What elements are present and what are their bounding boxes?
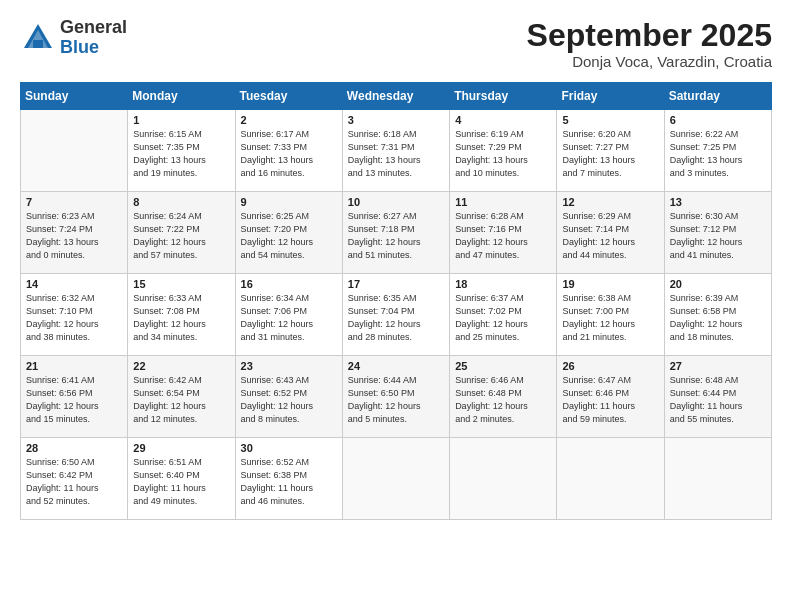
calendar-cell: 20Sunrise: 6:39 AM Sunset: 6:58 PM Dayli… (664, 274, 771, 356)
day-number: 16 (241, 278, 337, 290)
calendar-cell: 30Sunrise: 6:52 AM Sunset: 6:38 PM Dayli… (235, 438, 342, 520)
day-number: 12 (562, 196, 658, 208)
day-info: Sunrise: 6:44 AM Sunset: 6:50 PM Dayligh… (348, 374, 444, 426)
calendar-cell (342, 438, 449, 520)
logo-blue-text: Blue (60, 38, 127, 58)
svg-rect-2 (33, 40, 43, 48)
day-info: Sunrise: 6:22 AM Sunset: 7:25 PM Dayligh… (670, 128, 766, 180)
day-info: Sunrise: 6:35 AM Sunset: 7:04 PM Dayligh… (348, 292, 444, 344)
calendar-cell: 14Sunrise: 6:32 AM Sunset: 7:10 PM Dayli… (21, 274, 128, 356)
month-title: September 2025 (527, 18, 772, 53)
calendar-cell: 7Sunrise: 6:23 AM Sunset: 7:24 PM Daylig… (21, 192, 128, 274)
week-row-2: 14Sunrise: 6:32 AM Sunset: 7:10 PM Dayli… (21, 274, 772, 356)
day-info: Sunrise: 6:43 AM Sunset: 6:52 PM Dayligh… (241, 374, 337, 426)
day-info: Sunrise: 6:29 AM Sunset: 7:14 PM Dayligh… (562, 210, 658, 262)
day-number: 15 (133, 278, 229, 290)
calendar-cell: 4Sunrise: 6:19 AM Sunset: 7:29 PM Daylig… (450, 110, 557, 192)
calendar-cell (450, 438, 557, 520)
day-number: 1 (133, 114, 229, 126)
calendar-cell (664, 438, 771, 520)
calendar-cell: 16Sunrise: 6:34 AM Sunset: 7:06 PM Dayli… (235, 274, 342, 356)
day-number: 5 (562, 114, 658, 126)
day-number: 19 (562, 278, 658, 290)
logo-icon (20, 20, 56, 56)
day-number: 24 (348, 360, 444, 372)
header: General Blue September 2025 Donja Voca, … (20, 18, 772, 70)
day-info: Sunrise: 6:15 AM Sunset: 7:35 PM Dayligh… (133, 128, 229, 180)
day-info: Sunrise: 6:42 AM Sunset: 6:54 PM Dayligh… (133, 374, 229, 426)
calendar-cell: 2Sunrise: 6:17 AM Sunset: 7:33 PM Daylig… (235, 110, 342, 192)
day-number: 11 (455, 196, 551, 208)
day-info: Sunrise: 6:27 AM Sunset: 7:18 PM Dayligh… (348, 210, 444, 262)
calendar-cell: 19Sunrise: 6:38 AM Sunset: 7:00 PM Dayli… (557, 274, 664, 356)
calendar-cell: 9Sunrise: 6:25 AM Sunset: 7:20 PM Daylig… (235, 192, 342, 274)
col-monday: Monday (128, 83, 235, 110)
calendar-cell: 12Sunrise: 6:29 AM Sunset: 7:14 PM Dayli… (557, 192, 664, 274)
day-number: 22 (133, 360, 229, 372)
day-info: Sunrise: 6:28 AM Sunset: 7:16 PM Dayligh… (455, 210, 551, 262)
calendar-cell: 11Sunrise: 6:28 AM Sunset: 7:16 PM Dayli… (450, 192, 557, 274)
day-number: 18 (455, 278, 551, 290)
calendar-cell: 29Sunrise: 6:51 AM Sunset: 6:40 PM Dayli… (128, 438, 235, 520)
col-friday: Friday (557, 83, 664, 110)
day-number: 14 (26, 278, 122, 290)
day-number: 6 (670, 114, 766, 126)
day-info: Sunrise: 6:30 AM Sunset: 7:12 PM Dayligh… (670, 210, 766, 262)
calendar-table: Sunday Monday Tuesday Wednesday Thursday… (20, 82, 772, 520)
col-tuesday: Tuesday (235, 83, 342, 110)
day-info: Sunrise: 6:52 AM Sunset: 6:38 PM Dayligh… (241, 456, 337, 508)
logo-general-text: General (60, 18, 127, 38)
col-thursday: Thursday (450, 83, 557, 110)
day-info: Sunrise: 6:34 AM Sunset: 7:06 PM Dayligh… (241, 292, 337, 344)
day-number: 28 (26, 442, 122, 454)
day-number: 27 (670, 360, 766, 372)
calendar-cell (557, 438, 664, 520)
day-info: Sunrise: 6:25 AM Sunset: 7:20 PM Dayligh… (241, 210, 337, 262)
day-number: 4 (455, 114, 551, 126)
day-number: 25 (455, 360, 551, 372)
col-saturday: Saturday (664, 83, 771, 110)
day-number: 23 (241, 360, 337, 372)
day-number: 7 (26, 196, 122, 208)
calendar-cell: 27Sunrise: 6:48 AM Sunset: 6:44 PM Dayli… (664, 356, 771, 438)
day-info: Sunrise: 6:50 AM Sunset: 6:42 PM Dayligh… (26, 456, 122, 508)
calendar-cell (21, 110, 128, 192)
day-number: 29 (133, 442, 229, 454)
day-number: 2 (241, 114, 337, 126)
day-number: 30 (241, 442, 337, 454)
day-info: Sunrise: 6:32 AM Sunset: 7:10 PM Dayligh… (26, 292, 122, 344)
day-info: Sunrise: 6:23 AM Sunset: 7:24 PM Dayligh… (26, 210, 122, 262)
calendar-cell: 18Sunrise: 6:37 AM Sunset: 7:02 PM Dayli… (450, 274, 557, 356)
day-info: Sunrise: 6:39 AM Sunset: 6:58 PM Dayligh… (670, 292, 766, 344)
day-number: 3 (348, 114, 444, 126)
title-block: September 2025 Donja Voca, Varazdin, Cro… (527, 18, 772, 70)
col-sunday: Sunday (21, 83, 128, 110)
day-info: Sunrise: 6:38 AM Sunset: 7:00 PM Dayligh… (562, 292, 658, 344)
calendar-cell: 22Sunrise: 6:42 AM Sunset: 6:54 PM Dayli… (128, 356, 235, 438)
calendar-cell: 17Sunrise: 6:35 AM Sunset: 7:04 PM Dayli… (342, 274, 449, 356)
day-number: 26 (562, 360, 658, 372)
day-number: 21 (26, 360, 122, 372)
calendar-cell: 5Sunrise: 6:20 AM Sunset: 7:27 PM Daylig… (557, 110, 664, 192)
day-info: Sunrise: 6:51 AM Sunset: 6:40 PM Dayligh… (133, 456, 229, 508)
calendar-cell: 23Sunrise: 6:43 AM Sunset: 6:52 PM Dayli… (235, 356, 342, 438)
calendar-cell: 8Sunrise: 6:24 AM Sunset: 7:22 PM Daylig… (128, 192, 235, 274)
calendar-cell: 1Sunrise: 6:15 AM Sunset: 7:35 PM Daylig… (128, 110, 235, 192)
day-number: 10 (348, 196, 444, 208)
calendar-cell: 6Sunrise: 6:22 AM Sunset: 7:25 PM Daylig… (664, 110, 771, 192)
day-number: 17 (348, 278, 444, 290)
day-info: Sunrise: 6:19 AM Sunset: 7:29 PM Dayligh… (455, 128, 551, 180)
day-info: Sunrise: 6:37 AM Sunset: 7:02 PM Dayligh… (455, 292, 551, 344)
day-number: 8 (133, 196, 229, 208)
week-row-0: 1Sunrise: 6:15 AM Sunset: 7:35 PM Daylig… (21, 110, 772, 192)
calendar-cell: 15Sunrise: 6:33 AM Sunset: 7:08 PM Dayli… (128, 274, 235, 356)
logo: General Blue (20, 18, 127, 58)
logo-text: General Blue (60, 18, 127, 58)
calendar-cell: 21Sunrise: 6:41 AM Sunset: 6:56 PM Dayli… (21, 356, 128, 438)
calendar-cell: 3Sunrise: 6:18 AM Sunset: 7:31 PM Daylig… (342, 110, 449, 192)
calendar-cell: 10Sunrise: 6:27 AM Sunset: 7:18 PM Dayli… (342, 192, 449, 274)
week-row-3: 21Sunrise: 6:41 AM Sunset: 6:56 PM Dayli… (21, 356, 772, 438)
calendar-cell: 26Sunrise: 6:47 AM Sunset: 6:46 PM Dayli… (557, 356, 664, 438)
day-info: Sunrise: 6:41 AM Sunset: 6:56 PM Dayligh… (26, 374, 122, 426)
day-info: Sunrise: 6:47 AM Sunset: 6:46 PM Dayligh… (562, 374, 658, 426)
